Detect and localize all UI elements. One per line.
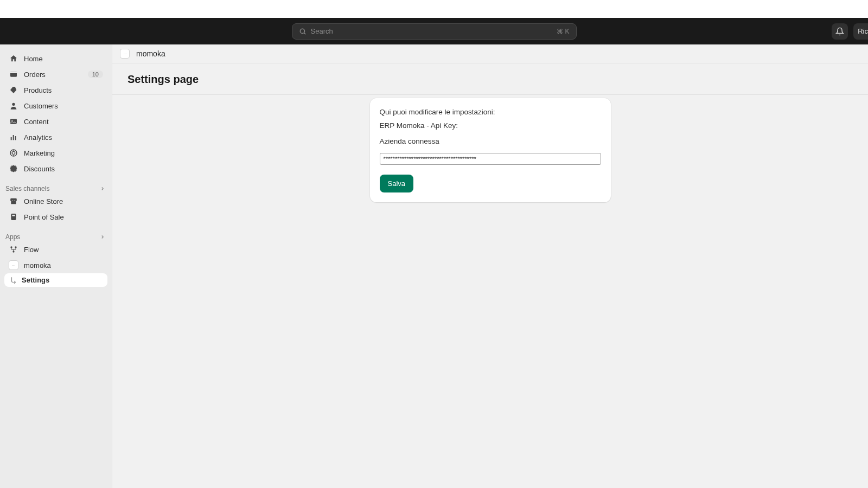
products-icon xyxy=(9,85,18,95)
svg-rect-14 xyxy=(12,215,15,216)
sidebar: Home Orders 10 Products Customers xyxy=(0,44,112,488)
sidebar-item-label: Orders xyxy=(24,70,88,79)
page-header: Settings page xyxy=(112,63,868,94)
tree-connector-icon xyxy=(10,277,17,284)
sidebar-item-products[interactable]: Products xyxy=(4,82,107,98)
svg-point-16 xyxy=(15,246,16,248)
app-icon: ⋯ xyxy=(120,49,130,59)
sidebar-item-orders[interactable]: Orders 10 xyxy=(4,67,107,82)
api-key-input[interactable] xyxy=(380,153,601,165)
search-box[interactable]: Search ⌘ K xyxy=(292,23,577,40)
sidebar-item-label: Customers xyxy=(24,102,103,110)
content-icon xyxy=(9,117,18,126)
section-label: Sales channels xyxy=(5,185,100,192)
sidebar-item-label: Products xyxy=(24,86,103,94)
chevron-right-icon xyxy=(100,234,105,240)
sidebar-item-label: Discounts xyxy=(24,165,103,173)
sidebar-item-label: Online Store xyxy=(24,197,103,206)
customers-icon xyxy=(9,101,18,111)
apikey-label-row: ERP Momoka - Api Key: xyxy=(380,121,601,130)
sidebar-item-label: Home xyxy=(24,55,103,63)
svg-point-15 xyxy=(10,246,12,248)
sidebar-item-home[interactable]: Home xyxy=(4,51,107,66)
svg-rect-3 xyxy=(10,72,17,73)
sidebar-item-label: Content xyxy=(24,118,103,126)
svg-point-0 xyxy=(300,29,304,33)
breadcrumb-app-name: momoka xyxy=(136,49,165,58)
save-button[interactable]: Salva xyxy=(380,175,414,192)
sidebar-item-marketing[interactable]: Marketing xyxy=(4,145,107,160)
sidebar-item-label: Settings xyxy=(22,276,103,284)
store-icon xyxy=(9,196,18,206)
svg-rect-13 xyxy=(11,214,16,220)
user-menu[interactable]: Ric xyxy=(853,23,868,40)
chevron-right-icon xyxy=(100,186,105,191)
user-short: Ric xyxy=(858,27,868,35)
sidebar-item-flow[interactable]: Flow xyxy=(4,242,107,257)
search-shortcut: ⌘ K xyxy=(557,28,569,35)
settings-card: Qui puoi modificare le impostazioni: ERP… xyxy=(370,98,611,202)
svg-point-17 xyxy=(12,251,14,252)
orders-badge: 10 xyxy=(88,70,103,78)
page-body: Qui puoi modificare le impostazioni: ERP… xyxy=(112,94,868,488)
marketing-icon xyxy=(9,148,18,158)
orders-icon xyxy=(9,69,18,79)
discounts-icon xyxy=(9,164,18,174)
topbar: Search ⌘ K Ric xyxy=(0,18,868,44)
sidebar-item-analytics[interactable]: Analytics xyxy=(4,130,107,145)
bell-icon xyxy=(835,27,844,36)
sidebar-item-label: Analytics xyxy=(24,133,103,142)
svg-rect-7 xyxy=(11,137,12,140)
svg-point-11 xyxy=(12,151,15,154)
sidebar-item-label: Flow xyxy=(24,246,103,254)
search-icon xyxy=(299,28,307,35)
sidebar-item-customers[interactable]: Customers xyxy=(4,98,107,113)
sidebar-section-sales-channels[interactable]: Sales channels xyxy=(4,182,107,194)
sidebar-item-label: Point of Sale xyxy=(24,213,103,221)
svg-rect-12 xyxy=(11,201,16,204)
pos-icon xyxy=(9,212,18,222)
search-placeholder: Search xyxy=(311,27,557,35)
home-icon xyxy=(9,54,18,63)
svg-rect-8 xyxy=(13,135,14,140)
sidebar-item-settings[interactable]: Settings xyxy=(4,273,107,287)
sidebar-item-online-store[interactable]: Online Store xyxy=(4,194,107,209)
analytics-icon xyxy=(9,132,18,142)
svg-point-4 xyxy=(12,103,15,106)
content-area: ⋯ momoka Settings page Qui puoi modifica… xyxy=(112,44,868,488)
notifications-button[interactable] xyxy=(832,23,848,40)
page-title: Settings page xyxy=(127,73,853,86)
section-label: Apps xyxy=(5,233,100,241)
svg-line-1 xyxy=(304,33,305,34)
app-icon: ⋯ xyxy=(9,260,18,270)
flow-icon xyxy=(9,245,18,254)
settings-intro: Qui puoi modificare le impostazioni: xyxy=(380,108,601,116)
sidebar-item-label: momoka xyxy=(24,261,103,269)
sidebar-item-discounts[interactable]: Discounts xyxy=(4,161,107,176)
sidebar-item-pos[interactable]: Point of Sale xyxy=(4,209,107,224)
sidebar-item-label: Marketing xyxy=(24,149,103,157)
svg-rect-9 xyxy=(15,136,16,140)
company-connected: Azienda connessa xyxy=(380,137,601,145)
sidebar-item-momoka[interactable]: ⋯ momoka xyxy=(4,258,107,273)
breadcrumb: ⋯ momoka xyxy=(112,44,868,63)
sidebar-section-apps[interactable]: Apps xyxy=(4,230,107,242)
sidebar-item-content[interactable]: Content xyxy=(4,114,107,129)
